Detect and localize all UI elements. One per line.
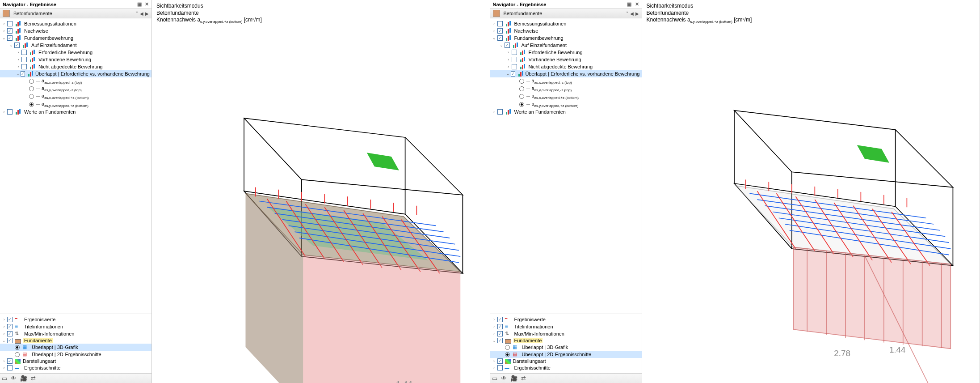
tree-option-o2[interactable]: aas,y,overlapped,-z (top)	[490, 85, 642, 93]
dropdown-icon[interactable]: ˅	[626, 11, 628, 16]
disp-3d[interactable]: Überlappt | 3D-Grafik	[490, 344, 642, 351]
model-2d[interactable]: 2.78 1.44 4.24	[642, 26, 980, 383]
tree-option-o3[interactable]: aas,x,overlapped,+z (bottom)	[0, 93, 151, 100]
disp-ergebniswerte[interactable]: › Ergebniswerte	[490, 316, 642, 323]
radio[interactable]	[29, 86, 34, 91]
chart-icon	[15, 28, 22, 34]
viewport-2d[interactable]: Sichtbarkeitsmodus Betonfundamente Knote…	[642, 0, 980, 383]
view-mode-icon[interactable]: ▭	[2, 375, 7, 382]
checkbox[interactable]	[21, 57, 27, 62]
checkbox[interactable]	[7, 21, 13, 26]
disp-fundamente[interactable]: ⌄ Fundamente	[490, 337, 642, 344]
category-bar[interactable]: Betonfundamente ˅ ◀ ▶	[0, 9, 151, 18]
next-icon[interactable]: ▶	[145, 11, 149, 16]
graphic-3d-icon	[513, 344, 520, 350]
next-icon[interactable]: ▶	[635, 11, 639, 16]
radio[interactable]	[15, 352, 20, 357]
close-icon[interactable]: ✕	[145, 1, 149, 7]
chart-icon	[519, 49, 526, 55]
category-bar[interactable]: Betonfundamente ˅ ◀ ▶	[490, 9, 642, 18]
checkbox[interactable]	[21, 71, 25, 77]
radio[interactable]	[29, 79, 34, 84]
disp-schnitte[interactable]: › Ergebnisschnitte	[490, 364, 642, 371]
tree-option-o4[interactable]: aas,y,overlapped,+z (bottom)	[490, 101, 642, 108]
eye-icon[interactable]: 👁	[11, 375, 17, 382]
results-tree: › Bemessungssituationen › Nachweise ⌄ Fu…	[490, 18, 642, 314]
tree-item-erforderlich[interactable]: › Erforderliche Bewehrung	[0, 49, 151, 56]
foundation-icon	[505, 339, 511, 344]
tree-item-einzelfundament[interactable]: ⌄ Auf Einzelfundament	[490, 42, 642, 49]
disp-darstellung[interactable]: › Darstellungsart	[490, 358, 642, 364]
prev-icon[interactable]: ◀	[630, 11, 634, 16]
tree-item-fundamentbewehrung[interactable]: ⌄ Fundamentbewehrung	[0, 34, 151, 42]
tree-item-fundamentbewehrung[interactable]: ⌄ Fundamentbewehrung	[490, 34, 642, 42]
camera-icon[interactable]: 🎥	[20, 375, 27, 382]
tree-item-bemessung[interactable]: › Bemessungssituationen	[490, 20, 642, 27]
close-icon[interactable]: ✕	[635, 1, 639, 7]
tree-item-ueberlappt[interactable]: ⌄ Überlappt | Erforderliche vs. vorhande…	[490, 70, 642, 77]
tree-item-nichtabgedeckt[interactable]: › Nicht abgedeckte Bewehrung	[0, 63, 151, 70]
checkbox[interactable]	[21, 64, 27, 69]
checkbox[interactable]	[7, 109, 13, 115]
chart-icon	[519, 64, 526, 70]
tree-option-o2[interactable]: aas,y,overlapped,-z (top)	[0, 85, 151, 93]
radio[interactable]	[15, 345, 20, 350]
checkbox[interactable]	[21, 50, 27, 55]
tree-item-erforderlich[interactable]: › Erforderliche Bewehrung	[490, 49, 642, 56]
model-3d[interactable]: 2.78 1.44 4.24	[152, 26, 490, 383]
disp-titel[interactable]: › Titelinformationen	[490, 323, 642, 330]
tree-item-werte[interactable]: › Werte an Fundamenten	[0, 108, 151, 115]
tree-item-bemessung[interactable]: › Bemessungssituationen	[0, 20, 151, 27]
tree-option-o3[interactable]: aas,x,overlapped,+z (bottom)	[490, 93, 642, 100]
pin-icon[interactable]: ▣	[627, 1, 631, 7]
tree-option-o1[interactable]: aas,x,overlapped,-z (top)	[0, 77, 151, 85]
value-label: 1.44	[889, 345, 905, 354]
prev-icon[interactable]: ◀	[140, 11, 143, 16]
disp-schnitte[interactable]: › Ergebnisschnitte	[0, 364, 151, 371]
chart-icon	[29, 49, 36, 55]
tree-item-vorhanden[interactable]: › Vorhandene Bewehrung	[490, 56, 642, 63]
disp-maxmin[interactable]: › Max/Min-Informationen	[490, 330, 642, 337]
tree-item-ueberlappt[interactable]: ⌄ Überlappt | Erforderliche vs. vorhande…	[0, 70, 151, 77]
toggle-icon[interactable]: ⇄	[521, 375, 526, 382]
checkbox[interactable]	[14, 43, 20, 48]
disp-fundamente[interactable]: ⌄ Fundamente	[0, 337, 151, 344]
disp-3d[interactable]: Überlappt | 3D-Grafik	[0, 344, 151, 351]
navigator-panel: Navigator - Ergebnisse ▣ ✕ Betonfundamen…	[490, 0, 642, 383]
chart-icon	[22, 42, 29, 48]
section-icon	[505, 365, 512, 371]
disp-ergebniswerte[interactable]: › Ergebniswerte	[0, 316, 151, 323]
value-label: 1.44	[396, 379, 412, 383]
radio[interactable]	[29, 102, 34, 107]
pin-icon[interactable]: ▣	[137, 1, 142, 7]
viewport-header: Sichtbarkeitsmodus Betonfundamente Knote…	[642, 0, 980, 26]
display-tree: › Ergebniswerte › Titelinformationen › M…	[0, 314, 151, 373]
view-mode-icon[interactable]: ▭	[492, 375, 497, 382]
dropdown-icon[interactable]: ˅	[136, 11, 138, 16]
tree-item-werte[interactable]: › Werte an Fundamenten	[490, 108, 642, 115]
tree-option-o1[interactable]: aas,x,overlapped,-z (top)	[490, 77, 642, 85]
chart-icon	[512, 42, 519, 48]
navigator-title: Navigator - Ergebnisse	[3, 2, 56, 7]
checkbox[interactable]	[7, 35, 13, 41]
chart-icon	[505, 109, 512, 115]
tree-item-vorhanden[interactable]: › Vorhandene Bewehrung	[0, 56, 151, 63]
tree-item-nichtabgedeckt[interactable]: › Nicht abgedeckte Bewehrung	[490, 63, 642, 70]
disp-maxmin[interactable]: › Max/Min-Informationen	[0, 330, 151, 337]
tree-option-o4[interactable]: aas,y,overlapped,+z (bottom)	[0, 101, 151, 108]
camera-icon[interactable]: 🎥	[510, 375, 517, 382]
checkbox[interactable]	[7, 28, 13, 34]
eye-icon[interactable]: 👁	[501, 375, 507, 382]
tree-item-einzelfundament[interactable]: ⌄ Auf Einzelfundament	[0, 42, 151, 49]
chart-icon	[29, 64, 36, 70]
disp-titel[interactable]: › Titelinformationen	[0, 323, 151, 330]
viewport-3d[interactable]: Sichtbarkeitsmodus Betonfundamente Knote…	[152, 0, 490, 383]
tree-item-nachweise[interactable]: › Nachweise	[490, 27, 642, 34]
disp-2d[interactable]: Überlappt | 2D-Ergebnisschnitte	[490, 351, 642, 358]
disp-darstellung[interactable]: › Darstellungsart	[0, 358, 151, 364]
toggle-icon[interactable]: ⇄	[31, 375, 36, 382]
vis-mode-label: Sichtbarkeitsmodus	[156, 3, 485, 10]
tree-item-nachweise[interactable]: › Nachweise	[0, 27, 151, 34]
disp-2d[interactable]: Überlappt | 2D-Ergebnisschnitte	[0, 351, 151, 358]
radio[interactable]	[29, 94, 34, 99]
